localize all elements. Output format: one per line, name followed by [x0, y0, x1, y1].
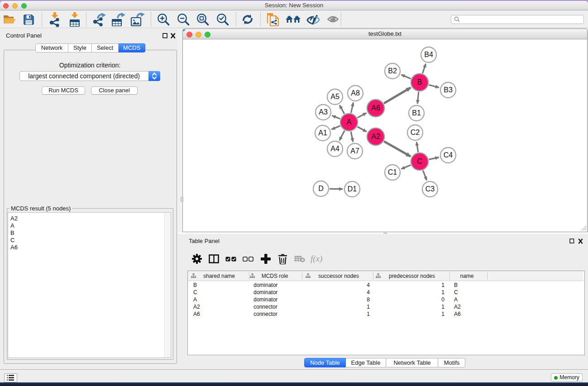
svg-text:C3: C3: [425, 185, 435, 193]
svg-text:A8: A8: [351, 89, 360, 97]
svg-text:A6: A6: [371, 104, 380, 112]
svg-text:A5: A5: [330, 93, 339, 100]
svg-text:A3: A3: [319, 108, 328, 116]
svg-text:C: C: [417, 157, 422, 165]
svg-text:C4: C4: [444, 151, 453, 159]
svg-text:D: D: [318, 185, 324, 192]
svg-text:B1: B1: [412, 109, 421, 117]
svg-text:C1: C1: [388, 168, 397, 176]
svg-text:A4: A4: [330, 145, 339, 152]
svg-text:B2: B2: [388, 67, 397, 75]
svg-text:D1: D1: [348, 185, 357, 193]
svg-text:B3: B3: [444, 86, 453, 94]
svg-text:C2: C2: [411, 129, 420, 136]
svg-text:A7: A7: [350, 147, 359, 155]
svg-text:A2: A2: [371, 133, 380, 140]
svg-text:B: B: [417, 78, 422, 86]
svg-text:B4: B4: [424, 51, 433, 58]
svg-text:A: A: [347, 118, 352, 126]
svg-text:A1: A1: [318, 129, 327, 137]
